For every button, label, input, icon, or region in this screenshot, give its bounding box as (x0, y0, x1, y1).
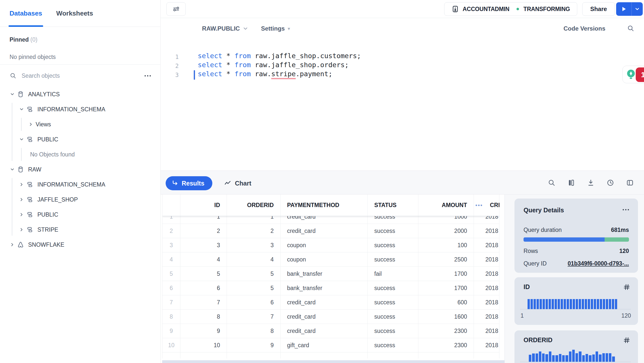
table-cell[interactable]: 2300 (418, 338, 474, 352)
settings-dropdown[interactable]: Settings ▾ (261, 25, 290, 32)
table-cell[interactable]: fail (368, 267, 418, 281)
column-header-orderid[interactable]: ORDERID (227, 195, 281, 216)
editor-suggestions-indicator[interactable]: 1 (622, 66, 644, 83)
column-header-amount[interactable]: AMOUNT (418, 195, 474, 216)
table-row[interactable] (162, 352, 499, 358)
table-row[interactable]: 665bank_transfersuccess17002018 (162, 281, 499, 295)
table-cell[interactable]: 2000 (418, 224, 474, 238)
table-cell[interactable]: coupon (281, 252, 368, 266)
table-cell[interactable]: success (368, 338, 418, 352)
table-cell[interactable]: 1700 (418, 281, 474, 295)
table-cell[interactable]: 2 (180, 224, 227, 238)
sql-editor[interactable]: select * from raw.jaffle_shop.customers;… (198, 51, 361, 78)
table-cell[interactable]: 100 (418, 238, 474, 252)
table-row[interactable]: 555bank_transferfail17002018 (162, 267, 499, 281)
row-number-cell[interactable]: 8 (162, 310, 180, 324)
table-cell[interactable]: 5 (227, 281, 281, 295)
row-number-cell[interactable]: 9 (162, 324, 180, 338)
tab-chart[interactable]: Chart (224, 176, 251, 190)
table-cell[interactable]: 3 (180, 238, 227, 252)
table-row[interactable]: 333couponsuccess1002018 (162, 238, 499, 252)
table-cell[interactable]: 4 (227, 252, 281, 266)
table-cell[interactable]: bank_transfer (281, 281, 368, 295)
sidebar-more-menu[interactable] (145, 75, 151, 76)
table-cell[interactable]: 4 (180, 252, 227, 266)
column-header-id[interactable]: ID (180, 195, 227, 216)
table-cell[interactable]: 600 (418, 295, 474, 309)
tree-item-jaffle-shop[interactable]: JAFFLE_SHOP (0, 192, 160, 207)
table-cell[interactable]: 2018 (474, 224, 499, 238)
table-cell[interactable]: 6 (227, 295, 281, 309)
tree-item-information-schema[interactable]: INFORMATION_SCHEMA (0, 177, 160, 192)
tab-results[interactable]: Results (166, 176, 212, 190)
table-cell[interactable]: 6 (180, 281, 227, 295)
table-cell[interactable]: 2018 (474, 338, 499, 352)
table-cell[interactable]: 2500 (418, 252, 474, 266)
share-button[interactable]: Share (582, 2, 615, 16)
table-cell[interactable]: success (368, 252, 418, 266)
search-objects-input[interactable]: Search objects (0, 65, 160, 87)
table-cell[interactable]: 10 (180, 338, 227, 352)
chevron-down-icon[interactable] (10, 167, 15, 172)
tab-databases[interactable]: Databases (10, 0, 42, 27)
code-versions-button[interactable]: Code Versions (563, 25, 605, 32)
table-cell[interactable]: 8 (227, 324, 281, 338)
table-cell[interactable]: 2018 (474, 324, 499, 338)
row-number-cell[interactable]: 6 (162, 281, 180, 295)
search-results-button[interactable] (548, 179, 556, 187)
table-cell[interactable]: credit_card (281, 310, 368, 324)
query-filters-button[interactable] (166, 2, 186, 16)
chevron-right-icon[interactable] (19, 197, 24, 202)
row-number-cell[interactable]: 5 (162, 267, 180, 281)
table-cell[interactable]: credit_card (281, 295, 368, 309)
table-cell[interactable]: 9 (227, 338, 281, 352)
table-cell[interactable]: credit_card (281, 224, 368, 238)
table-cell[interactable]: coupon (281, 238, 368, 252)
table-cell[interactable]: 2018 (474, 252, 499, 266)
table-cell[interactable]: 2300 (418, 324, 474, 338)
chevron-right-icon[interactable] (19, 212, 24, 217)
row-number-cell[interactable]: 4 (162, 252, 180, 266)
split-panel-button[interactable] (626, 179, 634, 187)
table-row[interactable]: 222credit_cardsuccess20002018 (162, 224, 499, 238)
editor-search-button[interactable] (627, 25, 634, 32)
column-header-status[interactable]: STATUS (368, 195, 418, 216)
tree-item-views[interactable]: Views (0, 117, 160, 132)
table-row[interactable]: 776credit_cardsuccess6002018 (162, 295, 499, 310)
table-cell[interactable]: 8 (180, 310, 227, 324)
chevron-right-icon[interactable] (10, 242, 15, 247)
table-cell[interactable]: success (368, 324, 418, 338)
table-cell[interactable]: gift_card (281, 338, 368, 352)
table-cell[interactable]: credit_card (281, 324, 368, 338)
column-menu-dots[interactable] (476, 205, 482, 206)
horizontal-scrollbar[interactable] (162, 360, 504, 363)
table-cell[interactable]: 2018 (474, 267, 499, 281)
table-cell[interactable]: 2018 (474, 295, 499, 309)
table-cell[interactable]: 1600 (418, 310, 474, 324)
download-button[interactable] (587, 179, 595, 187)
table-cell[interactable]: 1700 (418, 267, 474, 281)
row-number-cell[interactable]: 7 (162, 295, 180, 309)
hash-icon[interactable] (623, 283, 630, 291)
table-cell[interactable]: success (368, 238, 418, 252)
run-options-button[interactable] (632, 2, 643, 16)
table-cell[interactable]: 9 (180, 324, 227, 338)
table-cell[interactable]: 2018 (474, 281, 499, 295)
session-context-button[interactable]: ACCOUNTADMIN TRANSFORMING (444, 2, 577, 16)
database-schema-selector[interactable]: RAW.PUBLIC (202, 25, 248, 32)
tree-item-public[interactable]: PUBLIC (0, 207, 160, 222)
table-cell[interactable]: 7 (180, 295, 227, 309)
column-header-paymentmethod[interactable]: PAYMENTMETHOD (281, 195, 368, 216)
table-cell[interactable]: 3 (227, 238, 281, 252)
table-cell[interactable]: 5 (227, 267, 281, 281)
table-cell[interactable]: success (368, 281, 418, 295)
columns-button[interactable] (567, 179, 575, 187)
row-number-cell[interactable] (162, 352, 180, 358)
table-cell[interactable]: 2018 (474, 238, 499, 252)
chevron-down-icon[interactable] (19, 107, 24, 112)
chevron-down-icon[interactable] (10, 92, 15, 97)
table-row[interactable]: 444couponsuccess25002018 (162, 252, 499, 267)
tree-item-stripe[interactable]: STRIPE (0, 222, 160, 237)
table-row[interactable]: 998credit_cardsuccess23002018 (162, 324, 499, 338)
table-cell[interactable]: success (368, 310, 418, 324)
